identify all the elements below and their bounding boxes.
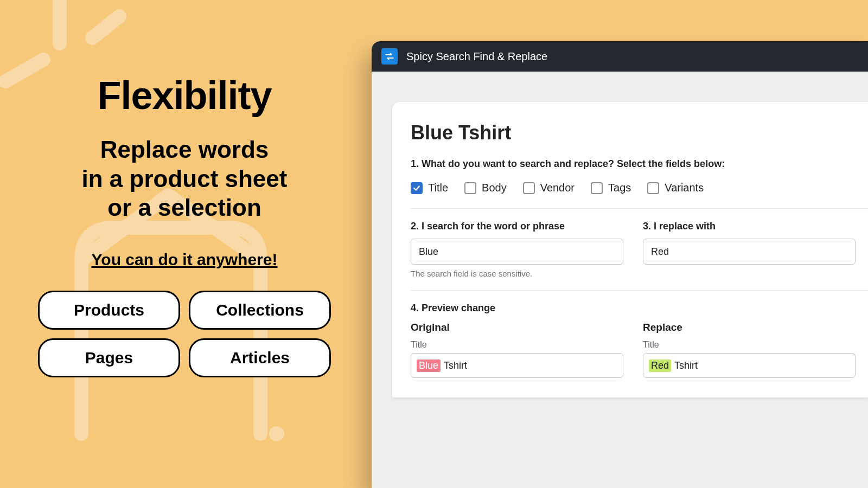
step-1-label: 1. What do you want to search and replac… bbox=[411, 158, 868, 170]
checkbox-tags[interactable]: Tags bbox=[591, 182, 631, 194]
pill-pages[interactable]: Pages bbox=[38, 338, 180, 377]
original-highlight: Blue bbox=[417, 359, 441, 372]
preview-original-box: Blue Tshirt bbox=[411, 353, 623, 378]
marketing-tagline: You can do it anywhere! bbox=[92, 251, 278, 269]
checkbox-title[interactable]: Title bbox=[411, 182, 448, 194]
marketing-subhead: Replace words in a product sheet or a se… bbox=[82, 135, 288, 222]
subhead-line-2: in a product sheet bbox=[82, 164, 288, 194]
page-title: Blue Tshirt bbox=[411, 121, 868, 144]
step-3-label: 3. I replace with bbox=[643, 221, 856, 232]
preview-replace-head: Replace bbox=[643, 322, 856, 333]
swap-arrows-icon bbox=[381, 48, 398, 65]
subhead-line-3: or a selection bbox=[82, 193, 288, 222]
search-hint: The search field is case sensitive. bbox=[411, 269, 623, 278]
checkbox-variants[interactable]: Variants bbox=[647, 182, 704, 194]
preview-original-head: Original bbox=[411, 322, 623, 333]
card: Blue Tshirt 1. What do you want to searc… bbox=[392, 102, 868, 397]
pill-collections[interactable]: Collections bbox=[189, 291, 331, 330]
step-2-label: 2. I search for the word or phrase bbox=[411, 221, 623, 232]
app-titlebar: Spicy Search Find & Replace bbox=[372, 41, 868, 72]
field-checkboxes: Title Body Vendor Tags Variants bbox=[411, 182, 868, 209]
subhead-line-1: Replace words bbox=[82, 135, 288, 164]
checkbox-body[interactable]: Body bbox=[464, 182, 507, 194]
replace-input[interactable] bbox=[643, 239, 856, 265]
pill-articles[interactable]: Articles bbox=[189, 338, 331, 377]
original-rest: Tshirt bbox=[444, 360, 467, 371]
pill-products[interactable]: Products bbox=[38, 291, 180, 330]
checkbox-label: Vendor bbox=[540, 182, 575, 194]
checkbox-label: Title bbox=[428, 182, 448, 194]
replace-highlight: Red bbox=[649, 359, 671, 372]
checkbox-icon bbox=[647, 182, 659, 194]
app-window: Spicy Search Find & Replace Blue Tshirt … bbox=[372, 41, 868, 488]
checkbox-icon bbox=[523, 182, 535, 194]
search-input[interactable] bbox=[411, 239, 623, 265]
checkbox-label: Body bbox=[482, 182, 507, 194]
preview-replace-box: Red Tshirt bbox=[643, 353, 856, 378]
replace-rest: Tshirt bbox=[674, 360, 698, 371]
preview-field-label: Title bbox=[411, 340, 623, 350]
check-icon bbox=[411, 182, 423, 194]
preview-field-label: Title bbox=[643, 340, 856, 350]
checkbox-label: Variants bbox=[665, 182, 704, 194]
marketing-headline: Flexibility bbox=[97, 73, 271, 118]
app-title: Spicy Search Find & Replace bbox=[406, 50, 547, 63]
checkbox-icon bbox=[464, 182, 476, 194]
step-4-label: 4. Preview change bbox=[411, 303, 868, 314]
checkbox-icon bbox=[591, 182, 603, 194]
checkbox-vendor[interactable]: Vendor bbox=[523, 182, 575, 194]
checkbox-label: Tags bbox=[608, 182, 631, 194]
